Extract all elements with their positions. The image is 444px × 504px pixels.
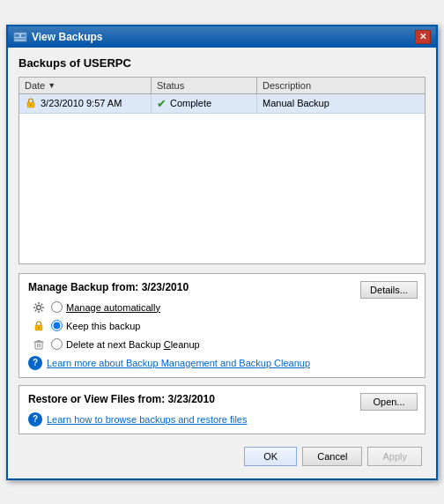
keep-backup-radio[interactable] bbox=[51, 320, 63, 331]
trash-icon-container bbox=[32, 337, 46, 352]
window-content: Backups of USERPC Date ▼ Status Descript… bbox=[8, 48, 436, 478]
manage-help-row: ? Learn more about Backup Management and… bbox=[28, 356, 416, 370]
col-description: Description bbox=[257, 78, 425, 93]
manage-auto-radio[interactable] bbox=[51, 301, 63, 313]
details-button[interactable]: Details... bbox=[360, 281, 418, 299]
svg-point-16 bbox=[38, 327, 40, 329]
restore-help-link[interactable]: Learn how to browse backups and restore … bbox=[47, 414, 247, 425]
option-manage-auto: Manage automatically bbox=[28, 300, 416, 315]
svg-rect-2 bbox=[21, 34, 26, 37]
ok-button[interactable]: OK bbox=[244, 447, 297, 466]
svg-line-13 bbox=[41, 303, 42, 304]
restore-panel-title: Restore or View Files from: 3/23/2010 bbox=[28, 393, 416, 405]
window-title: View Backups bbox=[32, 31, 102, 43]
help-icon: ? bbox=[28, 356, 42, 370]
gear-icon-container bbox=[32, 300, 46, 315]
manage-panel-title: Manage Backup from: 3/23/2010 bbox=[28, 281, 416, 293]
table-empty-area bbox=[19, 114, 425, 263]
manage-auto-label[interactable]: Manage automatically bbox=[51, 301, 160, 313]
cell-status: ✔ Complete bbox=[152, 94, 257, 113]
lock-icon-container bbox=[32, 319, 46, 333]
backups-table: Date ▼ Status Description bbox=[18, 77, 426, 264]
svg-rect-1 bbox=[15, 34, 19, 37]
trash-icon bbox=[33, 338, 45, 351]
title-bar-left: View Backups bbox=[13, 30, 102, 44]
option-keep-backup: Keep this backup bbox=[28, 319, 416, 333]
restore-panel: Restore or View Files from: 3/23/2010 Op… bbox=[18, 385, 426, 434]
sort-arrow-icon: ▼ bbox=[48, 81, 56, 90]
manage-help-link[interactable]: Learn more about Backup Management and B… bbox=[47, 358, 310, 368]
delete-backup-text: Delete at next Backup Cleanup bbox=[66, 339, 200, 350]
keep-backup-text: Keep this backup bbox=[66, 321, 140, 331]
svg-rect-3 bbox=[15, 38, 26, 40]
main-window: View Backups ✕ Backups of USERPC Date ▼ … bbox=[6, 25, 438, 480]
table-header: Date ▼ Status Description bbox=[19, 78, 425, 94]
cell-description: Manual Backup bbox=[257, 94, 425, 113]
svg-line-14 bbox=[35, 309, 36, 310]
open-button[interactable]: Open... bbox=[360, 393, 418, 411]
cell-date: 3/23/2010 9:57 AM bbox=[19, 94, 152, 113]
delete-backup-radio[interactable] bbox=[51, 338, 63, 350]
manage-backup-panel: Manage Backup from: 3/23/2010 Details... bbox=[18, 273, 426, 378]
table-row[interactable]: 3/23/2010 9:57 AM ✔ Complete Manual Back… bbox=[19, 94, 425, 114]
lock-icon bbox=[25, 97, 37, 109]
backups-section-title: Backups of USERPC bbox=[18, 56, 426, 70]
lock-small-icon bbox=[33, 320, 45, 332]
keep-backup-label[interactable]: Keep this backup bbox=[51, 320, 140, 331]
apply-button[interactable]: Apply bbox=[367, 447, 422, 466]
svg-point-5 bbox=[30, 104, 32, 106]
svg-point-6 bbox=[37, 305, 41, 309]
window-icon bbox=[13, 30, 27, 44]
close-button[interactable]: ✕ bbox=[415, 30, 431, 44]
manage-auto-text: Manage automatically bbox=[66, 302, 160, 313]
col-date: Date ▼ bbox=[19, 78, 152, 93]
restore-help-row: ? Learn how to browse backups and restor… bbox=[28, 412, 416, 426]
gear-icon bbox=[33, 301, 45, 314]
delete-backup-label[interactable]: Delete at next Backup Cleanup bbox=[51, 338, 200, 350]
col-status: Status bbox=[152, 78, 257, 93]
cancel-button[interactable]: Cancel bbox=[302, 447, 362, 466]
svg-line-12 bbox=[41, 309, 42, 310]
title-bar: View Backups ✕ bbox=[8, 26, 436, 48]
option-delete-backup: Delete at next Backup Cleanup bbox=[28, 337, 416, 352]
svg-line-11 bbox=[35, 303, 36, 304]
footer-buttons: OK Cancel Apply bbox=[18, 441, 426, 470]
restore-help-icon: ? bbox=[28, 412, 42, 426]
status-check-icon: ✔ bbox=[157, 97, 166, 110]
